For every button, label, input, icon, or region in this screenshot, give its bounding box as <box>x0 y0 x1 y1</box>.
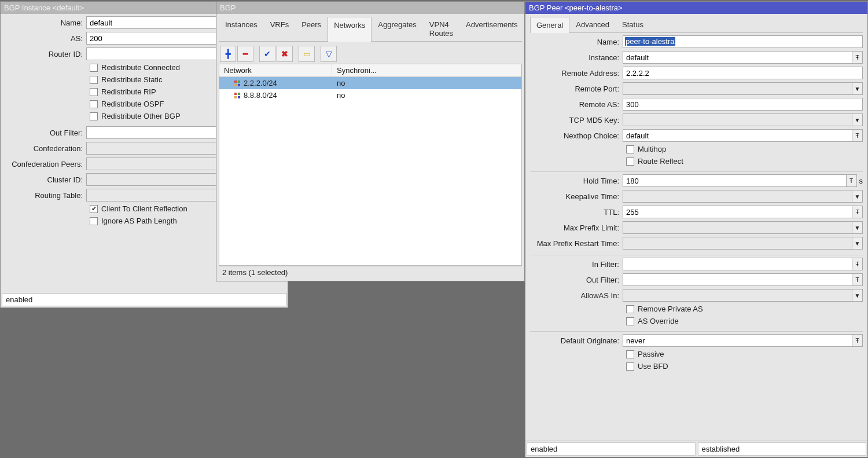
bgp-peer-window: BGP Peer <peer-to-alestra> General Advan… <box>525 1 868 457</box>
label-name: Name: <box>5 19 86 27</box>
route-icon <box>234 80 240 86</box>
peer-statusbar: enabled established <box>525 441 867 457</box>
tab-advanced[interactable]: Advanced <box>569 16 616 32</box>
remote-address-input[interactable] <box>623 67 863 79</box>
nexthop-input[interactable] <box>623 129 852 142</box>
outfilter-peer-dropdown[interactable]: Ŧ <box>852 273 863 286</box>
table-row[interactable]: 8.8.8.0/24 no <box>219 89 521 101</box>
bgp-toolbar: ╋ ━ ✔ ✖ ▭ ▽ <box>219 44 522 64</box>
cell-sync: no <box>332 79 521 87</box>
minus-icon: ━ <box>243 49 248 58</box>
removepriv-label: Remove Private AS <box>638 305 703 313</box>
outfilter-peer-input[interactable] <box>623 273 852 286</box>
asoverride-label: AS Override <box>638 317 679 325</box>
enable-button[interactable]: ✔ <box>259 46 275 62</box>
label-remas: Remote AS: <box>530 100 623 109</box>
ignoreasp-checkbox[interactable] <box>90 217 98 225</box>
redist-otherbgp-checkbox[interactable] <box>90 112 98 120</box>
maxprefix-input[interactable] <box>623 221 852 234</box>
comment-button[interactable]: ▭ <box>299 46 315 62</box>
peer-name-input[interactable]: peer-to-alestra <box>623 35 863 48</box>
passive-checkbox[interactable] <box>626 350 634 358</box>
col-network[interactable]: Network <box>219 64 332 76</box>
tcpmd5-input[interactable] <box>623 113 852 126</box>
maxprefixrt-input[interactable] <box>623 237 852 250</box>
check-icon: ✔ <box>264 49 271 58</box>
asoverride-checkbox[interactable] <box>626 317 634 325</box>
disable-button[interactable]: ✖ <box>277 46 293 62</box>
label-allowas: AllowAS In: <box>530 291 623 300</box>
peer-tabbar: General Advanced Status <box>530 16 863 33</box>
bgp-tabbar: Instances VRFs Peers Networks Aggregates… <box>219 16 522 42</box>
remote-as-input[interactable] <box>623 98 863 111</box>
redist-static-checkbox[interactable] <box>90 76 98 84</box>
tab-peers[interactable]: Peers <box>295 16 328 41</box>
bgp-title[interactable]: BGP <box>216 2 524 14</box>
table-row[interactable]: 2.2.2.0/24 no <box>219 77 521 89</box>
tab-instances[interactable]: Instances <box>219 16 264 41</box>
maxprefixrt-dropdown[interactable]: ▼ <box>852 237 863 250</box>
bgp-peer-title[interactable]: BGP Peer <peer-to-alestra> <box>525 2 867 14</box>
infilter-input[interactable] <box>623 258 852 270</box>
label-ttl: TTL: <box>530 208 623 217</box>
tcpmd5-dropdown[interactable]: ▼ <box>852 113 863 126</box>
label-maxprefixrt: Max Prefix Restart Time: <box>530 239 623 248</box>
keepalive-input[interactable] <box>623 190 852 203</box>
peer-status-enabled: enabled <box>527 442 696 456</box>
multihop-checkbox[interactable] <box>626 145 634 153</box>
label-nexthop: Nexthop Choice: <box>530 131 623 140</box>
c2c-checkbox[interactable]: ✔ <box>90 205 98 213</box>
remote-port-input[interactable] <box>623 82 852 95</box>
redist-rip-label: Redistribute RIP <box>101 87 156 96</box>
peer-name-value: peer-to-alestra <box>625 37 675 46</box>
holdtime-unit: s <box>859 177 863 185</box>
keepalive-dropdown[interactable]: ▼ <box>852 190 863 203</box>
c2c-label: Client To Client Reflection <box>101 204 187 213</box>
instance-dropdown[interactable]: Ŧ <box>852 51 863 64</box>
holdtime-input[interactable] <box>623 174 847 187</box>
funnel-icon: ▽ <box>326 49 332 58</box>
holdtime-dropdown[interactable]: Ŧ <box>847 174 857 187</box>
col-synchroni[interactable]: Synchroni... <box>332 64 521 76</box>
redist-connected-checkbox[interactable] <box>90 64 98 72</box>
add-button[interactable]: ╋ <box>220 46 236 62</box>
tab-status[interactable]: Status <box>616 16 650 32</box>
usebfd-label: Use BFD <box>638 362 668 371</box>
tab-general[interactable]: General <box>530 17 569 33</box>
plus-icon: ╋ <box>226 49 230 58</box>
tab-vrfs[interactable]: VRFs <box>264 16 296 41</box>
redist-ospf-checkbox[interactable] <box>90 100 98 108</box>
filter-button[interactable]: ▽ <box>321 46 337 62</box>
maxprefix-dropdown[interactable]: ▼ <box>852 221 863 234</box>
redist-connected-label: Redistribute Connected <box>101 63 180 72</box>
cell-sync: no <box>332 91 521 100</box>
allowas-dropdown[interactable]: ▼ <box>852 289 863 302</box>
allowas-input[interactable] <box>623 289 852 302</box>
tab-networks[interactable]: Networks <box>328 17 372 42</box>
cell-network: 8.8.8.0/24 <box>244 91 277 100</box>
label-infilter: In Filter: <box>530 260 623 269</box>
remote-port-dropdown[interactable]: ▼ <box>852 82 863 95</box>
tab-aggregates[interactable]: Aggregates <box>372 16 423 41</box>
ttl-input[interactable] <box>623 206 852 218</box>
nexthop-dropdown[interactable]: Ŧ <box>852 129 863 142</box>
redist-otherbgp-label: Redistribute Other BGP <box>101 112 181 120</box>
remove-button[interactable]: ━ <box>237 46 253 62</box>
instance-input[interactable] <box>623 51 852 64</box>
redist-static-label: Redistribute Static <box>101 75 163 84</box>
label-instance: Instance: <box>530 53 623 62</box>
infilter-dropdown[interactable]: Ŧ <box>852 258 863 270</box>
ttl-dropdown[interactable]: Ŧ <box>852 206 863 218</box>
deforig-dropdown[interactable]: Ŧ <box>852 334 863 347</box>
note-icon: ▭ <box>303 49 311 58</box>
tab-advertisements[interactable]: Advertisements <box>459 16 524 41</box>
deforig-input[interactable] <box>623 334 852 347</box>
routereflect-checkbox[interactable] <box>626 157 634 166</box>
tab-vpn4routes[interactable]: VPN4 Routes <box>423 16 459 41</box>
ignoreasp-label: Ignore AS Path Length <box>101 217 177 225</box>
redist-rip-checkbox[interactable] <box>90 88 98 96</box>
removepriv-checkbox[interactable] <box>626 305 634 313</box>
label-confedpeers: Confederation Peers: <box>5 160 86 168</box>
networks-table: Network Synchroni... 2.2.2.0/24 no 8.8.8… <box>219 64 522 266</box>
usebfd-checkbox[interactable] <box>626 362 634 371</box>
